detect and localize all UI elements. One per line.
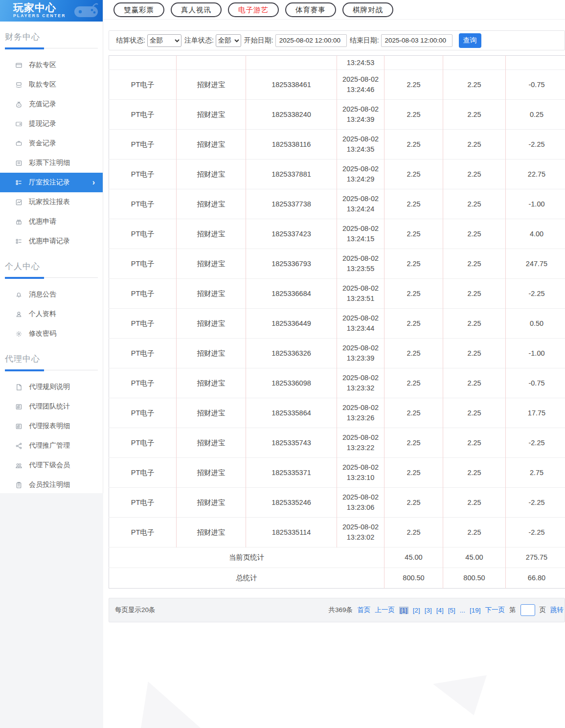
prev-page-link[interactable]: 上一页 [375, 606, 395, 614]
sidebar-item-list: 存款专区取款专区充值记录提现记录资金记录彩票下注明细厅室投注记录›玩家投注报表优… [0, 55, 103, 251]
table-cell: 45.00 [384, 547, 443, 568]
top-nav-tab[interactable]: 体育赛事 [285, 2, 336, 17]
table-cell: 275.75 [506, 547, 565, 568]
sidebar-item-label: 代理推广管理 [29, 441, 70, 450]
start-date-input[interactable] [275, 34, 347, 47]
table-row: PT电子招财进宝18253358642025-08-0213:23:262.25… [109, 398, 565, 428]
top-nav-tab[interactable]: 真人视讯 [171, 2, 222, 17]
table-cell: 2.25 [384, 488, 443, 518]
table-cell: 1825335246 [246, 488, 337, 518]
jump-prefix-label: 第 [509, 606, 516, 614]
table-row: PT电子招财进宝18253381162025-08-0213:24:352.25… [109, 130, 565, 159]
page-number-link[interactable]: [2] [413, 607, 420, 614]
table-cell: 2.25 [443, 518, 506, 547]
page-links: [1][2][3][4][5]...[19] [399, 607, 481, 614]
table-cell: 2025-08-0213:23:51 [337, 279, 384, 309]
table-cell: 247.75 [506, 249, 565, 279]
page-number-link[interactable]: [3] [425, 607, 432, 614]
top-nav-tab[interactable]: 电子游艺 [228, 2, 279, 17]
sidebar-item[interactable]: 代理推广管理 [0, 436, 103, 455]
next-page-link[interactable]: 下一页 [485, 606, 505, 614]
password-icon [15, 330, 23, 338]
table-row: PT电子招财进宝18253366842025-08-0213:23:512.25… [109, 279, 565, 309]
table-cell: -0.75 [506, 368, 565, 398]
pagination-controls: 共369条 首页 上一页 [1][2][3][4][5]...[19] 下一页 … [329, 604, 564, 616]
jump-page-input[interactable] [520, 604, 535, 616]
page-ellipsis[interactable]: ... [460, 607, 465, 614]
sidebar-item[interactable]: 修改密码 [0, 324, 103, 343]
agent-report-icon [15, 422, 23, 430]
page-number-link[interactable]: [4] [436, 607, 444, 614]
sidebar-item[interactable]: 充值记录 [0, 94, 103, 114]
total-count-label: 共369条 [329, 606, 353, 614]
table-cell: 800.50 [384, 568, 443, 589]
page-number-link[interactable]: [1] [399, 607, 408, 614]
sidebar-sections: 财务中心存款专区取款专区充值记录提现记录资金记录彩票下注明细厅室投注记录›玩家投… [0, 31, 103, 514]
sidebar-item[interactable]: 优惠申请 [0, 212, 103, 231]
table-cell: 招财进宝 [177, 428, 246, 458]
summary-row: 当前页统计45.0045.00275.75 [109, 547, 565, 568]
table-cell: -2.25 [506, 130, 565, 159]
table-cell: 2025-08-0213:23:06 [337, 488, 384, 518]
promo-record-icon [15, 237, 23, 245]
table-cell: 2025-08-0213:23:55 [337, 249, 384, 279]
sidebar-item[interactable]: 代理团队统计 [0, 397, 103, 416]
top-nav-tab[interactable]: 棋牌对战 [342, 2, 393, 17]
sidebar-item[interactable]: 提现记录 [0, 114, 103, 134]
table-row: PT电子招财进宝18253360982025-08-0213:23:322.25… [109, 368, 565, 398]
sidebar-item[interactable]: 厅室投注记录› [0, 173, 103, 192]
start-date-label: 开始日期: [244, 36, 273, 45]
table-cell: 招财进宝 [177, 159, 246, 189]
sidebar-item[interactable]: 会员投注明细 [0, 475, 103, 495]
sidebar-item-list: 消息公告个人资料修改密码 [0, 285, 103, 343]
section-divider [5, 369, 98, 370]
table-cell: 2.25 [443, 458, 506, 488]
table-cell: PT电子 [109, 518, 177, 547]
jump-go-link[interactable]: 跳转 [550, 606, 564, 614]
sidebar-item[interactable]: 玩家投注报表 [0, 192, 103, 212]
page-number-link[interactable]: [19] [470, 607, 481, 614]
sidebar-item-label: 代理报表明细 [29, 422, 70, 431]
table-cell [109, 56, 177, 70]
table-cell: -2.25 [506, 279, 565, 309]
summary-label: 当前页统计 [109, 547, 384, 568]
table-cell: 2.25 [384, 159, 443, 189]
table-cell: 招财进宝 [177, 189, 246, 219]
table-cell: 2025-08-0213:24:29 [337, 159, 384, 189]
order-status-select[interactable]: 全部 [216, 34, 241, 47]
sidebar: 玩家中心 PLAYERS CENTER 财务中心存款专区取款专区充值记录提现记录… [0, 0, 103, 493]
sidebar-item[interactable]: 彩票下注明细 [0, 153, 103, 173]
sidebar-item[interactable]: 优惠申请记录 [0, 231, 103, 251]
sidebar-item[interactable]: 代理规则说明 [0, 377, 103, 397]
table-cell: 2.25 [443, 368, 506, 398]
table-cell: 2025-08-0213:23:22 [337, 428, 384, 458]
settle-status-select[interactable]: 全部 [147, 34, 181, 47]
table-cell: 1825338240 [246, 100, 337, 130]
first-page-link[interactable]: 首页 [357, 606, 370, 614]
table-cell: PT电子 [109, 458, 177, 488]
table-cell: 2.25 [443, 219, 506, 249]
summary-row: 总统计800.50800.5066.80 [109, 568, 565, 589]
end-date-input[interactable] [381, 34, 452, 47]
sidebar-item[interactable]: 代理下级会员 [0, 455, 103, 475]
table-cell: 2.25 [443, 249, 506, 279]
sidebar-item[interactable]: 存款专区 [0, 55, 103, 75]
sidebar-item[interactable]: 资金记录 [0, 134, 103, 153]
table-cell: PT电子 [109, 368, 177, 398]
sidebar-item[interactable]: 代理报表明细 [0, 416, 103, 436]
sidebar-item[interactable]: 消息公告 [0, 285, 103, 304]
table-cell: 2.25 [384, 249, 443, 279]
sidebar-item[interactable]: 取款专区 [0, 75, 103, 94]
filter-bar: 结算状态: 全部 注单状态: 全部 开始日期: 结束日期: 查询 [109, 30, 565, 50]
section-divider [5, 47, 98, 48]
table-cell: 招财进宝 [177, 309, 246, 339]
table-cell: 1825335864 [246, 398, 337, 428]
table-cell: 2025-08-0213:24:35 [337, 130, 384, 159]
table-cell: 2.25 [384, 368, 443, 398]
sidebar-item[interactable]: 个人资料 [0, 304, 103, 324]
table-row: PT电子招财进宝18253367932025-08-0213:23:552.25… [109, 249, 565, 279]
page-number-link[interactable]: [5] [448, 607, 455, 614]
query-button[interactable]: 查询 [459, 33, 481, 48]
table-cell: 2.25 [384, 458, 443, 488]
top-nav-tab[interactable]: 雙赢彩票 [113, 2, 164, 17]
